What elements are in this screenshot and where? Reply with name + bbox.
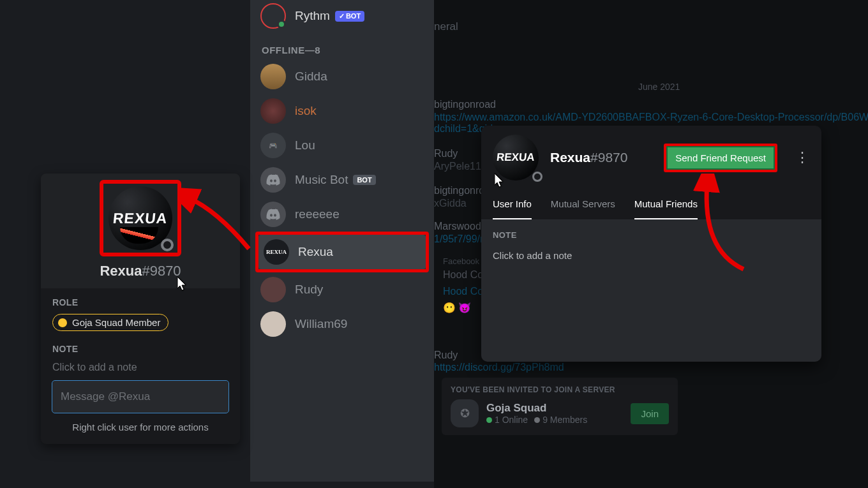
chat-link[interactable]: https://discord.gg/73pPh8md bbox=[434, 362, 564, 373]
tab-mutual-servers[interactable]: Mutual Servers bbox=[551, 191, 615, 219]
member-name: Rudy bbox=[295, 283, 323, 297]
avatar-brand-text: REXUA bbox=[112, 210, 168, 227]
member-name: isok bbox=[295, 104, 317, 118]
avatar-brand-text: REXUA bbox=[496, 151, 535, 164]
member-item-rexua[interactable]: REXUA Rexua bbox=[258, 235, 426, 269]
chat-text: AryPele11 bbox=[434, 161, 481, 172]
join-button[interactable]: Join bbox=[631, 403, 669, 424]
member-item-isok[interactable]: isok bbox=[255, 94, 429, 128]
popout-header: REXUA Rexua#9870 bbox=[41, 174, 240, 288]
cursor-icon bbox=[495, 174, 504, 186]
profile-username-line: Rexua#9870 bbox=[550, 150, 627, 165]
message-input[interactable]: Message @Rexua bbox=[52, 381, 228, 413]
more-options-icon[interactable]: ⋮ bbox=[793, 147, 811, 168]
member-item-rythm[interactable]: Rythm ✓BOT bbox=[255, 0, 429, 33]
discord-logo-icon bbox=[260, 202, 286, 227]
channel-name: neral bbox=[434, 20, 458, 33]
embed-source: Facebook bbox=[443, 256, 479, 266]
bot-tag: BOT bbox=[353, 175, 375, 185]
role-name: Goja Squad Member bbox=[72, 317, 160, 328]
role-section-label: ROLE bbox=[52, 297, 228, 307]
chat-username: bigtingonroad bbox=[434, 99, 496, 110]
profile-body: NOTE Click to add a note bbox=[481, 220, 821, 362]
invite-online-count: 1 Online bbox=[495, 415, 528, 425]
role-chip[interactable]: Goja Squad Member bbox=[52, 314, 168, 331]
avatar bbox=[260, 98, 286, 124]
tab-user-info[interactable]: User Info bbox=[493, 191, 532, 219]
role-color-dot bbox=[58, 318, 67, 327]
highlight-box-member: REXUA Rexua bbox=[255, 232, 429, 272]
user-profile-modal: REXUA Rexua#9870 Send Friend Request ⋮ U… bbox=[481, 126, 821, 362]
user-avatar-large[interactable]: REXUA bbox=[108, 186, 172, 250]
member-name: reeeeee bbox=[295, 207, 340, 221]
send-friend-request-button[interactable]: Send Friend Request bbox=[664, 144, 777, 172]
status-indicator-offline bbox=[532, 172, 542, 182]
member-item-gidda[interactable]: Gidda bbox=[255, 59, 429, 94]
member-name: Gidda bbox=[295, 70, 327, 84]
cursor-icon bbox=[177, 277, 186, 290]
member-item-lou[interactable]: 🎮 Lou bbox=[255, 128, 429, 163]
member-name: Music Bot bbox=[295, 173, 348, 187]
member-item-musicbot[interactable]: Music Bot BOT bbox=[255, 163, 429, 197]
member-name: Rexua bbox=[298, 245, 333, 259]
member-item-reeeeee[interactable]: reeeeee bbox=[255, 197, 429, 232]
server-icon: ✪ bbox=[451, 399, 479, 427]
bot-tag: ✓BOT bbox=[335, 11, 364, 22]
invite-label: YOU'VE BEEN INVITED TO JOIN A SERVER bbox=[451, 385, 669, 394]
avatar: 🎮 bbox=[260, 133, 286, 158]
avatar-graphic bbox=[120, 227, 158, 244]
avatar-rythm bbox=[260, 3, 286, 29]
member-item-rudy[interactable]: Rudy bbox=[255, 272, 429, 307]
discord-logo-icon bbox=[260, 167, 286, 193]
context-menu-hint: Right click user for more actions bbox=[52, 413, 228, 433]
member-name: William69 bbox=[295, 317, 347, 331]
popout-body: ROLE Goja Squad Member NOTE Click to add… bbox=[41, 288, 240, 444]
invite-server-name: Goja Squad bbox=[486, 402, 587, 415]
chat-username: Marswoods bbox=[434, 221, 486, 232]
status-indicator-offline bbox=[161, 239, 174, 251]
avatar: REXUA bbox=[264, 239, 289, 265]
avatar bbox=[260, 311, 286, 337]
tab-mutual-friends[interactable]: Mutual Friends bbox=[634, 191, 698, 219]
member-item-william69[interactable]: William69 bbox=[255, 307, 429, 341]
chat-link[interactable]: https://www.amazon.co.uk/AMD-YD2600BBAFB… bbox=[434, 112, 868, 123]
discriminator: #9870 bbox=[590, 150, 627, 165]
server-invite-card: YOU'VE BEEN INVITED TO JOIN A SERVER ✪ G… bbox=[442, 378, 678, 435]
chat-text: xGidda bbox=[434, 198, 467, 209]
note-input[interactable]: Click to add a note bbox=[52, 360, 228, 381]
username: Rexua bbox=[550, 150, 590, 165]
highlight-box-avatar: REXUA bbox=[100, 180, 181, 256]
message-placeholder: Message @Rexua bbox=[61, 390, 150, 403]
chat-username: Rudy bbox=[434, 350, 458, 360]
user-popout: REXUA Rexua#9870 ROLE Goja Squad Member … bbox=[41, 174, 240, 444]
chat-username: Rudy bbox=[434, 148, 458, 159]
note-input[interactable]: Click to add a note bbox=[493, 246, 810, 269]
profile-header: REXUA Rexua#9870 Send Friend Request ⋮ bbox=[481, 126, 821, 191]
date-separator: June 2021 bbox=[638, 82, 680, 92]
username: Rexua bbox=[100, 263, 142, 279]
member-name: Lou bbox=[295, 138, 315, 152]
member-name: Rythm bbox=[295, 9, 330, 23]
invite-member-count: 9 Members bbox=[542, 415, 587, 425]
note-section-label: NOTE bbox=[52, 344, 228, 354]
member-list-panel: Rythm ✓BOT OFFLINE—8 Gidda isok 🎮 Lou Mu… bbox=[250, 0, 434, 482]
discriminator: #9870 bbox=[142, 263, 181, 279]
offline-section-header: OFFLINE—8 bbox=[255, 33, 429, 59]
note-section-label: NOTE bbox=[493, 230, 810, 240]
profile-tabs: User Info Mutual Servers Mutual Friends bbox=[481, 191, 821, 220]
avatar bbox=[260, 277, 286, 302]
username-line[interactable]: Rexua#9870 bbox=[100, 263, 181, 279]
avatar bbox=[260, 64, 286, 89]
